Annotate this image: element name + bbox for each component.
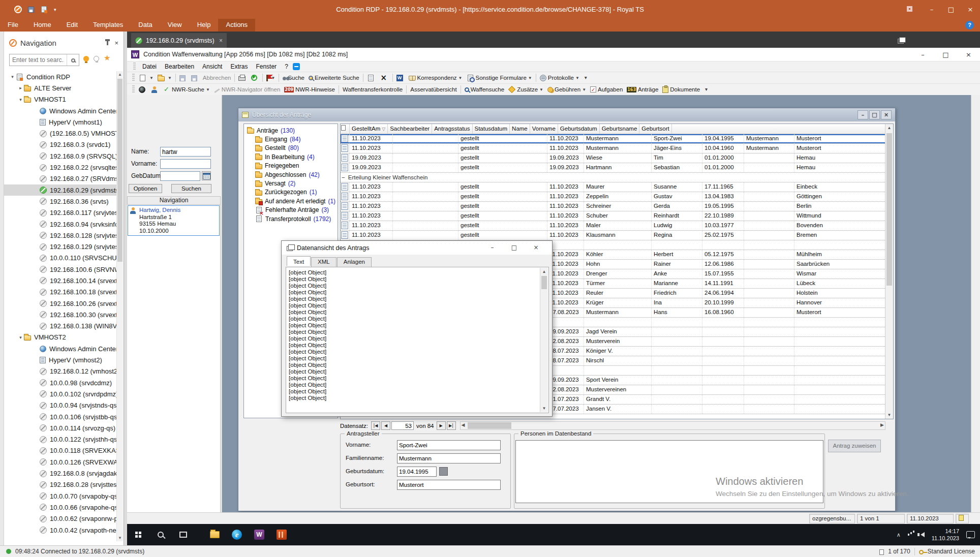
toolbar-button[interactable]: ▼ xyxy=(702,85,715,94)
app-close-button[interactable]: × xyxy=(957,48,980,61)
menu-item[interactable]: Ansicht xyxy=(199,63,226,70)
ribbon-tab[interactable]: Home xyxy=(26,19,59,32)
table-row[interactable]: − 11.10.2023 gestellt 11.10.2023 Schuber… xyxy=(341,211,893,221)
nav-item[interactable]: 192.168.0.3 (srvdc1) xyxy=(4,139,117,150)
ribbon-tab[interactable]: View xyxy=(160,19,190,32)
child-minimize-button[interactable]: – xyxy=(858,110,868,119)
xml-scrollbar[interactable]: ▲ ▼ xyxy=(540,268,548,412)
close-tab-icon[interactable]: × xyxy=(219,37,223,44)
suchen-button[interactable]: Suchen xyxy=(171,184,211,193)
nav-item[interactable]: 192.168.100.18 (srvextest0 xyxy=(4,287,117,298)
menu-item[interactable]: Fenster xyxy=(252,63,280,70)
nav-item[interactable]: 192.168.0.9 (SRVSQL) xyxy=(4,150,117,162)
table-horizontal-scrollbar[interactable]: ◀▶ xyxy=(460,421,885,430)
toolbar-button[interactable]: Zusätze ▼ xyxy=(506,85,545,94)
table-row[interactable]: − 11.10.2023 gestellt 11.10.2023 Musterm… xyxy=(341,144,893,153)
toolbar-button[interactable]: ▼ xyxy=(394,74,407,82)
dialog-tab[interactable]: Text xyxy=(287,256,311,266)
nav-item[interactable]: (192.168.0.5) VMHOST1 xyxy=(4,128,117,139)
toolbar-button[interactable]: ▼ xyxy=(149,86,161,94)
toolbar-button[interactable]: ▼ xyxy=(137,86,149,94)
table-row[interactable]: − 11.10.2023 gestellt 11.10.2023 Maler L… xyxy=(341,221,893,231)
nav-item[interactable]: 192.168.100.26 (srvextest0 xyxy=(4,298,117,309)
toolbar-button[interactable]: Aufgaben ▼ xyxy=(588,86,625,93)
nav-item[interactable]: 192.168.0.138 (WIN8VSC) xyxy=(4,321,117,332)
calendar-button[interactable] xyxy=(202,171,211,180)
nav-item[interactable]: 10.0.0.118 (SRVEXKASSE) xyxy=(4,445,117,456)
close-panel-icon[interactable]: × xyxy=(114,39,118,47)
nav-item[interactable]: 10.0.0.106 (srvjstbb-qs) xyxy=(4,411,117,422)
record-number-field[interactable] xyxy=(391,421,414,430)
close-button[interactable]: × xyxy=(961,0,980,19)
toolbar-button[interactable]: ▼ xyxy=(461,85,461,94)
nav-item[interactable]: 192.168.0.36 (srvts) xyxy=(4,196,117,207)
ribbon-tab[interactable]: Edit xyxy=(59,19,85,32)
nav-item[interactable]: 10.0.0.42 (srvapoth-neu) xyxy=(4,524,117,536)
table-row[interactable]: − 11.10.2023 gestellt 11.10.2023 Maurer … xyxy=(341,182,893,192)
tree-item[interactable]: Fehlerhafte Anträge (3) xyxy=(244,206,338,214)
toolbar-button[interactable]: ▼ xyxy=(177,74,189,82)
table-row[interactable]: − 19.09.2023 gestellt 19.09.2023 Wiese T… xyxy=(341,153,893,163)
nav-item[interactable]: 192.168.0.117 (srvjvtestdev xyxy=(4,207,117,219)
nav-item[interactable]: 192.168.0.12 (vmhost2) xyxy=(4,366,117,377)
workspace-scrollbar[interactable] xyxy=(971,95,980,512)
ribbon-tab[interactable]: Actions xyxy=(218,19,255,32)
expander-icon[interactable]: ▾ xyxy=(17,97,24,102)
column-header[interactable]: Statusdatum▽ xyxy=(473,124,510,134)
nav-item[interactable]: 192.168.0.8 (srvjagdakade xyxy=(4,468,117,479)
menu-item[interactable]: Datei xyxy=(139,63,160,70)
tree-item[interactable]: Zurückgezogen (1) xyxy=(244,188,338,197)
name-field[interactable] xyxy=(160,147,211,157)
table-row[interactable]: − 11.10.2023 gestellt 11.10.2023 Klausma… xyxy=(341,231,893,240)
table-row[interactable]: −Erteilung Kleiner Waffenschein xyxy=(341,173,893,182)
toolbar-button[interactable]: ▼ xyxy=(234,74,235,82)
toolbar-button[interactable]: ▼ xyxy=(262,74,263,82)
first-record-button[interactable]: |◀ xyxy=(371,421,380,430)
toolbar-button[interactable]: ▼ xyxy=(363,74,363,82)
toolbar-button[interactable]: ▼ xyxy=(581,74,594,82)
tree-item[interactable]: Gestellt (80) xyxy=(244,144,338,152)
vorname-field[interactable] xyxy=(160,159,211,169)
nav-item[interactable]: ▾ Condition RDP xyxy=(4,71,117,82)
nav-scrollbar[interactable]: ▲▼ xyxy=(116,71,123,541)
gebdatum-field[interactable] xyxy=(160,171,200,181)
condition-app-icon[interactable]: W xyxy=(248,524,270,545)
nav-item[interactable]: 10.0.0.126 (SRVEXWAFFE) xyxy=(4,456,117,468)
tree-item[interactable]: Abgeschlossen (42) xyxy=(244,170,338,179)
prev-record-button[interactable]: ◀ xyxy=(381,421,390,430)
maximize-button[interactable]: □ xyxy=(941,0,961,19)
bulb-on-icon[interactable] xyxy=(83,56,89,61)
column-header[interactable]: Name▽ xyxy=(510,124,530,134)
column-header[interactable]: Geburtsname▽ xyxy=(600,124,640,134)
field-input[interactable] xyxy=(397,480,501,490)
child-restore-button[interactable]: □ xyxy=(869,110,880,119)
task-view-icon[interactable] xyxy=(172,524,194,545)
nav-item[interactable]: 192.168.0.129 (srvjvtestpro xyxy=(4,241,117,252)
toolbar-button[interactable]: NWR-Navigator öffnen ▼ xyxy=(212,86,282,93)
last-record-button[interactable]: ▶| xyxy=(447,421,456,430)
ribbon-tab[interactable]: Help xyxy=(190,19,219,32)
toolbar-button[interactable]: ▼ xyxy=(249,74,261,81)
field-picker-button[interactable] xyxy=(439,467,448,476)
nav-item[interactable]: ▾ VMHOST2 xyxy=(4,332,117,343)
pin-icon[interactable] xyxy=(107,41,108,45)
nav-item[interactable]: 192.168.0.128 (srvjvtestpro xyxy=(4,230,117,241)
nav-item[interactable]: HyperV (vmhost2) xyxy=(4,354,117,365)
nav-item[interactable]: 10.0.0.98 (srvdcdmz) xyxy=(4,377,117,388)
nav-item[interactable]: 192.168.0.94 (srvksinfoma xyxy=(4,219,117,230)
tree-item[interactable]: Eingang (84) xyxy=(244,135,338,143)
column-header[interactable]: Antragsstatus▽ xyxy=(432,124,472,134)
bulb-off-icon[interactable] xyxy=(94,56,99,61)
column-header[interactable]: Geburtsdatum▽ xyxy=(558,124,600,134)
nav-item[interactable]: 10.0.0.94 (srvjstnds-qs) xyxy=(4,400,117,411)
toolbar-button[interactable]: Sonstige Formulare ▼ xyxy=(465,74,534,82)
nav-item[interactable]: 192.168.100.14 (srvextest0 xyxy=(4,275,117,286)
tree-item[interactable]: Anträge (130) xyxy=(244,126,338,135)
menu-item[interactable]: Bearbeiten xyxy=(161,63,198,70)
pinned-app-icon[interactable] xyxy=(270,524,293,545)
tree-item[interactable]: Transferprotokoll (1792) xyxy=(244,214,338,223)
nav-item[interactable]: 192.168.0.27 (SRVdmsenai xyxy=(4,173,117,184)
toolbar-button[interactable]: Korrespondenz ▼ xyxy=(407,74,465,81)
column-header[interactable]: GestelltAm▽ xyxy=(350,124,388,134)
expander-icon[interactable]: ▾ xyxy=(17,335,24,340)
